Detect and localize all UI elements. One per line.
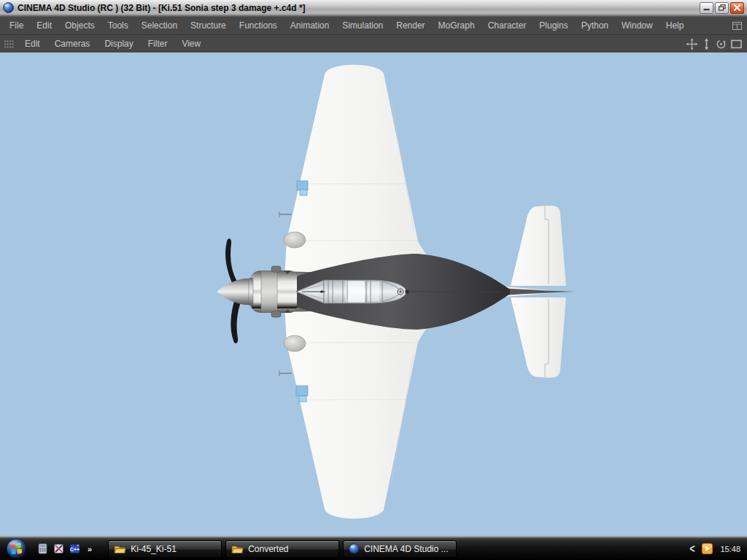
window-controls [698, 2, 744, 14]
clock[interactable]: 15:48 [720, 545, 740, 553]
folder-icon [114, 544, 126, 554]
desktop: { "window": { "title": "CINEMA 4D Studio… [0, 0, 747, 560]
minimize-icon [703, 4, 710, 11]
quick-launch-overflow-chevron[interactable]: » [88, 545, 92, 553]
taskbar-button-label: Converted [248, 544, 288, 554]
rotate-icon[interactable] [715, 38, 727, 50]
main-menubar: File Edit Objects Tools Selection Struct… [0, 16, 747, 34]
window-titlebar: CINEMA 4D Studio (RC ) (32 Bit) - [Ki.51… [0, 0, 747, 16]
3d-viewport[interactable] [0, 52, 747, 537]
cinema4d-icon [349, 543, 360, 554]
zoom-icon[interactable] [701, 38, 712, 50]
propeller-blade-upper [225, 238, 239, 286]
horizontal-stabilizer-upper [511, 206, 566, 286]
start-button[interactable] [6, 538, 27, 559]
taskbar: C++ » Ki-45_Ki-51 Converted [0, 537, 747, 560]
viewport-scene [0, 52, 747, 536]
graphics-tool-icon[interactable] [53, 543, 64, 554]
cinema4d-app-icon [3, 2, 14, 13]
system-tray: < 15:48 [689, 542, 740, 555]
menu-character[interactable]: Character [481, 17, 533, 34]
viewport-toolbar: Edit Cameras Display Filter View [0, 34, 747, 52]
menu-simulation[interactable]: Simulation [336, 17, 390, 34]
spinner [217, 279, 249, 305]
menu-plugins[interactable]: Plugins [533, 17, 574, 34]
menu-window[interactable]: Window [615, 17, 659, 34]
wing-leading-edge-fairing-lower [284, 335, 306, 351]
menu-animation[interactable]: Animation [284, 17, 336, 34]
taskbar-button-cinema4d[interactable]: CINEMA 4D Studio ... [343, 540, 457, 558]
svg-text:C++: C++ [70, 547, 80, 552]
quick-launch-bar: C++ » [37, 543, 92, 554]
menu-edit[interactable]: Edit [30, 17, 58, 34]
menu-python[interactable]: Python [575, 17, 615, 34]
engine-cowling [250, 266, 297, 317]
toolbar-grip-handle[interactable] [4, 39, 15, 49]
exhaust-stub-lower [271, 311, 281, 317]
viewport-menu-filter[interactable]: Filter [141, 35, 175, 52]
taskbar-button-label: CINEMA 4D Studio ... [364, 544, 448, 554]
layout-window-icon[interactable] [732, 22, 742, 30]
menu-structure[interactable]: Structure [184, 17, 233, 34]
viewport-menu-cameras[interactable]: Cameras [47, 35, 98, 52]
menu-selection[interactable]: Selection [135, 17, 184, 34]
menu-mograph[interactable]: MoGraph [432, 17, 481, 34]
menu-file[interactable]: File [3, 17, 30, 34]
calculator-icon[interactable] [37, 543, 48, 554]
taskbar-button-folder-ki45[interactable]: Ki-45_Ki-51 [108, 540, 222, 558]
horizontal-stabilizer-lower [511, 298, 566, 378]
tray-collapse-chevron[interactable]: < [689, 542, 694, 555]
viewport-menu-edit[interactable]: Edit [18, 35, 47, 52]
viewport-nav-icons [686, 38, 743, 50]
restore-icon [719, 4, 726, 11]
minimize-button[interactable] [700, 2, 713, 14]
maximize-view-icon[interactable] [730, 39, 743, 50]
close-button[interactable] [730, 2, 744, 14]
menu-render[interactable]: Render [390, 17, 431, 34]
taskbar-button-folder-converted[interactable]: Converted [225, 540, 339, 558]
exhaust-stub-upper [271, 266, 281, 272]
viewport-menu-view[interactable]: View [174, 35, 208, 52]
menu-objects[interactable]: Objects [58, 17, 101, 34]
viewport-menu-display[interactable]: Display [97, 35, 140, 52]
pan-icon[interactable] [686, 38, 698, 50]
close-icon [734, 4, 740, 11]
wing-leading-edge-fairing-upper [284, 232, 306, 248]
window-title: CINEMA 4D Studio (RC ) (32 Bit) - [Ki.51… [18, 3, 698, 13]
taskbar-button-label: Ki-45_Ki-51 [131, 544, 177, 554]
folder-icon [231, 544, 244, 554]
pitot-tube-lower [279, 370, 292, 376]
menu-help[interactable]: Help [659, 17, 691, 34]
taskbar-buttons: Ki-45_Ki-51 Converted CINEMA 4D Studio .… [108, 540, 457, 558]
cpp-icon[interactable]: C++ [69, 543, 80, 554]
menu-tools[interactable]: Tools [101, 17, 135, 34]
restore-button[interactable] [715, 2, 729, 14]
propeller [217, 238, 253, 343]
aircraft-model[interactable] [217, 65, 576, 519]
menu-functions[interactable]: Functions [233, 17, 284, 34]
propeller-blade-lower [231, 299, 241, 343]
tray-app-icon[interactable] [701, 542, 713, 555]
pitot-tube-upper [279, 211, 292, 217]
